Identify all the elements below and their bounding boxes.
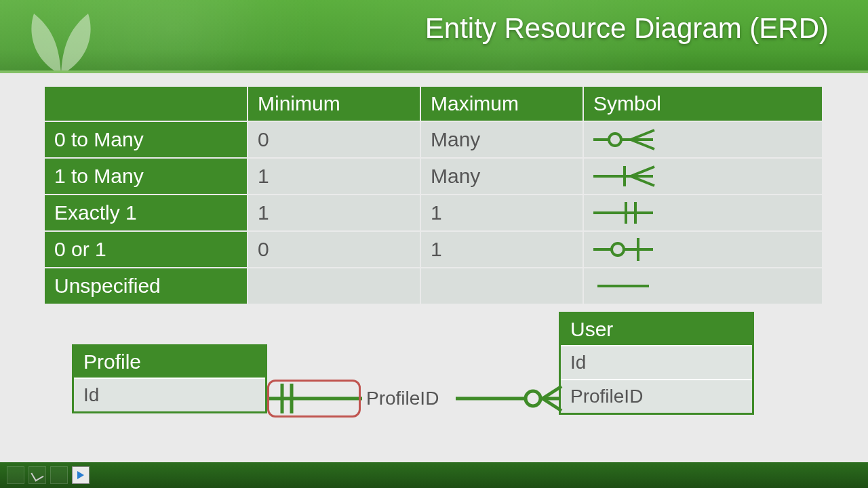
one-to-many-icon — [593, 163, 661, 190]
svg-line-2 — [631, 130, 654, 140]
entity-title: Profile — [74, 346, 265, 378]
cell-min: 0 — [248, 232, 420, 267]
row-label: 1 to Many — [45, 159, 247, 194]
connector-zero-to-many-icon — [456, 382, 564, 415]
cell-min — [248, 268, 420, 304]
zero-or-one-icon — [593, 236, 661, 263]
slide-title: Entity Resource Diagram (ERD) — [425, 12, 829, 45]
cardinality-table: Minimum Maximum Symbol 0 to Many 0 Many — [43, 85, 823, 305]
col-header-minimum: Minimum — [248, 87, 420, 121]
exactly-one-icon — [593, 199, 661, 226]
cell-symbol — [584, 232, 822, 267]
cell-max — [421, 268, 583, 304]
presentation-toolbar — [0, 462, 868, 488]
logo-icon — [0, 0, 129, 73]
row-label: Exactly 1 — [45, 195, 247, 230]
svg-point-19 — [526, 391, 540, 406]
entity-field: Id — [561, 345, 752, 379]
entity-user: User Id ProfileID — [559, 312, 754, 415]
row-label: 0 or 1 — [45, 232, 247, 267]
toolbar-button[interactable] — [7, 466, 24, 484]
cell-min: 1 — [248, 195, 420, 230]
svg-line-3 — [631, 140, 654, 149]
svg-line-6 — [631, 167, 654, 176]
cell-symbol — [584, 268, 822, 304]
arrow-right-icon — [77, 471, 84, 479]
pen-tool-button[interactable] — [28, 466, 46, 484]
toolbar-button[interactable] — [50, 466, 68, 484]
unspecified-icon — [593, 272, 661, 300]
svg-line-7 — [631, 176, 654, 186]
zero-to-many-icon — [593, 126, 661, 153]
cell-max: Many — [421, 159, 583, 194]
entity-field: Id — [74, 378, 265, 411]
next-slide-button[interactable] — [72, 466, 90, 484]
cell-min: 1 — [248, 159, 420, 194]
entity-title: User — [561, 314, 752, 345]
cell-max: Many — [421, 122, 583, 157]
cell-max: 1 — [421, 195, 583, 230]
cell-symbol — [584, 122, 822, 157]
cell-max: 1 — [421, 232, 583, 267]
cell-symbol — [584, 159, 822, 194]
highlight-box — [267, 380, 361, 418]
relationship-label: ProfileID — [366, 388, 439, 409]
col-header-maximum: Maximum — [421, 87, 583, 121]
svg-point-1 — [609, 134, 621, 146]
pen-icon — [31, 468, 43, 481]
entity-profile: Profile Id — [72, 344, 267, 413]
row-label: 0 to Many — [45, 122, 247, 157]
table-row: Unspecified — [45, 268, 822, 304]
slide-content: Minimum Maximum Symbol 0 to Many 0 Many — [0, 73, 868, 460]
slide-header: Entity Resource Diagram (ERD) — [0, 0, 868, 73]
svg-line-21 — [542, 399, 561, 411]
table-row: 0 or 1 0 1 — [45, 232, 822, 267]
svg-line-20 — [542, 386, 561, 399]
table-row: 0 to Many 0 Many — [45, 122, 822, 157]
col-header-blank — [45, 87, 247, 121]
row-label: Unspecified — [45, 268, 247, 304]
table-row: 1 to Many 1 Many — [45, 159, 822, 194]
entity-field: ProfileID — [561, 379, 752, 413]
cell-symbol — [584, 195, 822, 230]
svg-point-12 — [612, 243, 624, 256]
cell-min: 0 — [248, 122, 420, 157]
col-header-symbol: Symbol — [584, 87, 822, 121]
table-row: Exactly 1 1 1 — [45, 195, 822, 230]
erd-diagram: Profile Id User Id ProfileID ProfileID — [0, 304, 868, 460]
